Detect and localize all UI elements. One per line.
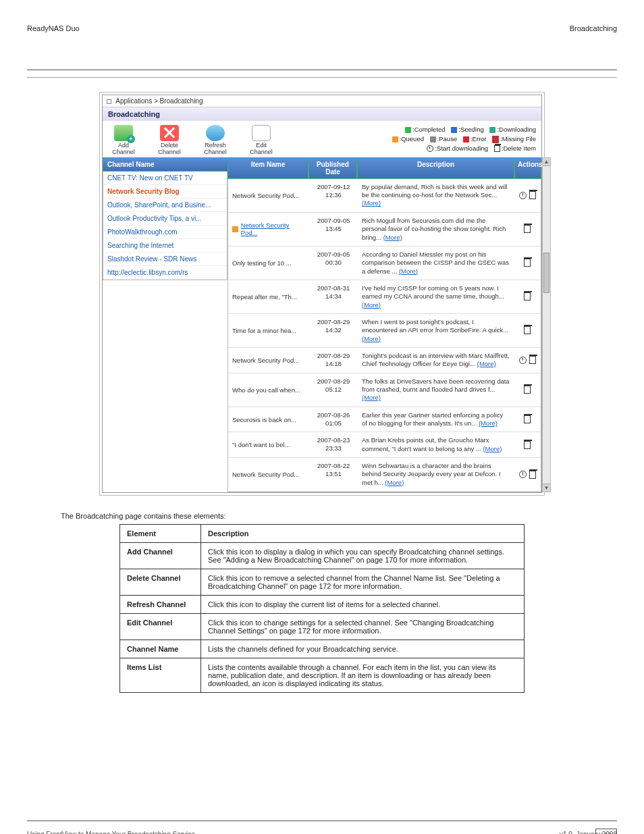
item-description: According to Daniel Miessler my post on … [358,246,514,280]
item-name: Network Security Pod... [228,458,309,491]
item-row: Only testing for 10 ...2007-09-0500:30Ac… [228,246,541,280]
legend-downloading: :Downloading [497,126,536,133]
col-published-date[interactable]: Published Date [308,157,357,179]
missing-swatch [492,136,499,143]
delete-item-icon[interactable] [524,225,531,233]
more-link[interactable]: (More) [385,479,404,486]
legend: :Completed :Seeding :Downloading :Queued… [388,125,537,153]
item-actions [514,458,541,491]
delete-item-icon[interactable] [529,471,536,479]
item-date: 2007-08-2601:05 [309,407,358,432]
breadcrumb-icon [107,99,111,104]
scroll-down-button[interactable]: ▼ [543,484,550,492]
delete-item-icon[interactable] [524,415,531,423]
table-row: Refresh ChannelClick this icon to displa… [120,596,525,614]
item-description: Earlier this year Gartner started enforc… [358,407,514,432]
footer-left: Using FrontView to Manage Your Broadcatc… [27,831,195,834]
queued-icon [232,226,238,232]
channel-item[interactable]: CNET TV: New on CNET TV [103,172,227,185]
item-row: Repeat after me, "Th...2007-08-3114:34I'… [228,280,541,314]
more-link[interactable]: (More) [362,394,381,401]
item-actions [514,432,541,457]
downloading-swatch [489,127,495,133]
header-rule [27,70,617,70]
item-actions [514,213,541,246]
delete-item-icon[interactable] [529,356,536,364]
delete-item-icon[interactable] [524,441,531,449]
item-date: 2007-09-0500:30 [309,246,358,280]
delete-item-icon[interactable] [524,259,531,267]
item-name: "I don't want to bel... [228,432,309,457]
delete-channel-label: Delete Channel [154,142,185,156]
delete-item-icon[interactable] [524,326,531,334]
col-item-name[interactable]: Item Name [227,157,308,179]
legend-pause: :Pause [437,135,458,142]
scroll-thumb[interactable] [543,253,549,293]
scrollbar[interactable]: ▲ ▼ [542,157,551,492]
item-date: 2007-08-2213:51 [309,458,358,491]
start-download-icon[interactable] [519,471,527,478]
channel-item[interactable]: Network Security Blog [103,185,227,199]
delete-channel-button[interactable]: Delete Channel [154,125,185,156]
item-date: 2007-09-1212:36 [309,179,358,212]
scroll-up-button[interactable]: ▲ [543,158,550,166]
edit-channel-label: Edit Channel [246,142,277,156]
item-description: I've held my CISSP for coming on 5 years… [358,280,514,313]
item-row: Network Security Pod...2007-08-2213:51Wi… [228,458,541,492]
item-date: 2007-08-2905:12 [309,373,358,407]
item-name[interactable]: Network Security Pod... [228,213,309,246]
more-link[interactable]: (More) [362,335,381,342]
col-description[interactable]: Description [357,157,514,179]
item-name: Only testing for 10 ... [228,246,309,280]
start-download-icon[interactable] [519,357,527,364]
legend-start: :Start downloading [435,145,488,152]
edit-channel-button[interactable]: Edit Channel [246,125,277,156]
add-channel-label: Add Channel [108,142,139,156]
more-link[interactable]: (More) [399,267,418,275]
more-link[interactable]: (More) [362,199,381,207]
item-row: Network Security Pod...2007-09-1212:36By… [228,179,541,213]
edit-icon [252,125,271,141]
channel-item[interactable]: Searching the Internet [103,239,227,253]
col-actions[interactable]: Actions [514,157,541,179]
item-description: The folks at DriveSavers have been recov… [358,373,514,407]
delete-item-icon[interactable] [529,191,536,199]
legend-seeding: :Seeding [458,126,484,133]
channel-item[interactable]: http://eclectic.libsyn.com/rs [103,266,227,280]
refresh-channel-button[interactable]: Refresh Channel [200,125,231,156]
start-download-icon[interactable] [519,192,527,199]
delete-item-icon[interactable] [524,292,531,301]
breadcrumb: Applications > Broadcatching [103,95,541,107]
item-date: 2007-08-2323:33 [309,432,358,457]
item-description: As Brian Krebs points out, the Groucho M… [358,432,514,457]
channel-item[interactable]: Outlook, SharePoint, and Busine... [103,199,227,212]
item-description: When I went to post tonight's podcast, I… [358,314,514,347]
channel-item[interactable]: Outlook Productivity Tips, a vi... [103,212,227,226]
pause-swatch [430,136,436,142]
more-link[interactable]: (More) [477,360,496,367]
refresh-icon [206,125,225,141]
channel-item[interactable]: PhotoWalkthrough.com [103,226,227,239]
legend-delete: :Delete Item [502,145,536,152]
item-actions [514,280,541,313]
delete-item-icon[interactable] [524,386,531,394]
item-date: 2007-08-2914:18 [309,348,358,373]
channel-header[interactable]: Channel Name [103,157,227,172]
item-date: 2007-08-2914:32 [309,314,358,347]
more-link[interactable]: (More) [479,419,498,427]
item-row: Network Security Pod...2007-09-0513:45Ri… [228,213,541,246]
toolbar: Add Channel Delete Channel Refresh Chann… [108,125,277,156]
item-description: By popular demand, Rich is back this wee… [358,179,514,212]
legend-error: :Error [471,135,487,142]
more-link[interactable]: (More) [362,301,381,309]
item-actions [514,246,541,280]
table-row: Edit ChannelClick this icon to change se… [120,614,525,640]
more-link[interactable]: (More) [483,445,502,452]
more-link[interactable]: (More) [383,234,402,241]
item-row: Securosis is back on...2007-08-2601:05Ea… [228,407,541,433]
channel-item[interactable]: Slashdot Review - SDR News [103,253,227,266]
item-description: Winn Schwartau is a character and the br… [358,458,514,491]
breadcrumb-text: Applications > Broadcatching [115,97,203,105]
element-label: Channel Name [120,640,201,658]
add-channel-button[interactable]: Add Channel [108,125,139,156]
